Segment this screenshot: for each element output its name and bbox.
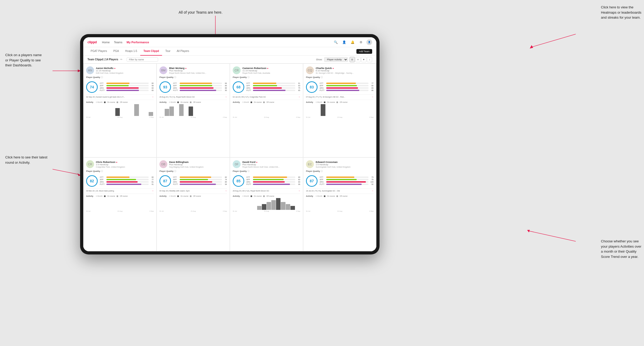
avatar-icon[interactable]: 👤 — [366, 39, 372, 45]
activity-period[interactable]: · 1 Month — [168, 101, 176, 103]
avatar: CR — [86, 160, 94, 168]
filter-button[interactable]: ▼ — [361, 57, 366, 62]
bell-icon[interactable]: 🔔 — [350, 39, 355, 45]
quality-label: Player Quality ⓘ — [159, 170, 227, 173]
quality-score[interactable]: 68 — [233, 81, 244, 93]
tab-pga[interactable]: PGA — [110, 47, 122, 56]
nav-my-performance[interactable]: My Performance — [127, 41, 149, 44]
tab-tour[interactable]: Tour — [162, 47, 173, 56]
quality-section[interactable]: 93 OTT 84 APP 85 ARG 88 PUTT — [159, 81, 227, 93]
quality-section[interactable]: 68 OTT 61 APP 63 ARG 75 PUTT — [233, 81, 300, 93]
player-name[interactable]: Blair McHarg ● — [169, 67, 227, 70]
stat-row: OTT 77 — [320, 82, 373, 84]
player-name[interactable]: Aaron Nicholls ● — [96, 67, 154, 70]
quality-label: Player Quality ⓘ — [233, 170, 300, 173]
stat-row: ARG 81 — [100, 181, 154, 183]
recent-round[interactable]: 04 Sep 23 | Mobility with coach, Gym → — [159, 188, 227, 192]
recent-round-arrow[interactable]: → — [152, 96, 154, 98]
recent-round[interactable]: 03 Mar 23 | 19, Must make putting → — [86, 188, 154, 192]
show-select[interactable]: Player Activity — [324, 57, 348, 62]
quality-score[interactable]: 93 — [159, 81, 171, 93]
recent-round-arrow[interactable]: → — [371, 190, 373, 192]
stat-bar — [253, 184, 290, 185]
player-name[interactable]: Cameron Robertson ● — [242, 67, 300, 70]
edit-icon[interactable]: ✏ — [120, 58, 122, 61]
recent-round[interactable]: 18 Jul 23 | 74 (+4), Sunningdale GC - Ol… — [306, 188, 373, 192]
activity-period[interactable]: · 1 Month — [241, 195, 249, 197]
player-name[interactable]: Charlie Quick ● — [316, 67, 373, 70]
quality-label: Player Quality ⓘ — [233, 76, 300, 79]
tab-hcaps[interactable]: Hcaps 1-5 — [122, 47, 141, 56]
quality-section[interactable]: 85 OTT 89 APP 80 ARG 83 PUTT — [233, 175, 300, 187]
chart-labels: 31 Jul21 Aug4 Sep — [233, 116, 300, 118]
stat-bar-bg — [180, 87, 222, 89]
stat-row: APP 80 — [246, 179, 300, 180]
quality-score[interactable]: 82 — [86, 175, 98, 187]
player-name[interactable]: David Ford ● — [242, 161, 300, 163]
chart-label: 31 Jul — [233, 210, 237, 212]
recent-round-arrow[interactable]: → — [225, 190, 227, 192]
player-card-header: CR Cameron Robertson ● 11-15 Handicap Ro… — [233, 66, 300, 74]
activity-period[interactable]: · 1 Month — [168, 195, 176, 197]
activity-period[interactable]: · 1 Month — [95, 101, 102, 103]
quality-section[interactable]: 83 OTT 77 APP 80 ARG 83 PUTT — [306, 81, 373, 93]
player-name[interactable]: Dave Billingham — [169, 161, 227, 163]
search-input[interactable] — [127, 57, 158, 62]
recent-round-arrow[interactable]: → — [152, 190, 154, 192]
player-name[interactable]: Chris Robertson ● — [96, 161, 154, 163]
recent-round[interactable]: 07 Aug 23 | 77 (+7), St George's Hill GC… — [306, 94, 373, 98]
chart-labels: 31 Jul21 Aug4 Sep — [86, 116, 154, 118]
chart-labels: 31 Jul21 Aug4 Sep — [159, 116, 227, 118]
recent-round[interactable]: 26 Aug 23 | 84 (+12), Royal North Devon … — [233, 188, 300, 192]
recent-round[interactable]: 02 Jul 23 | 59 (+17), Craigmillar Park G… — [233, 94, 300, 98]
quality-score[interactable]: 87 — [306, 175, 318, 187]
quality-section[interactable]: 82 OTT 60 APP 77 ARG 81 PUTT — [86, 175, 154, 187]
quality-section[interactable]: 74 OTT 60 APP 58 ARG 84 PUTT — [86, 81, 154, 93]
settings-icon[interactable]: ⚙ — [358, 39, 364, 45]
activity-period[interactable]: · 1 Month — [315, 195, 322, 197]
recent-round[interactable]: 26 Aug 23 | 73 (+1), Royal North Devon G… — [159, 94, 227, 98]
quality-label: Player Quality ⓘ — [306, 76, 373, 79]
chart-bar — [169, 107, 174, 116]
nav-teams[interactable]: Teams — [114, 41, 122, 44]
quality-score[interactable]: 85 — [233, 175, 244, 187]
grid-view-button[interactable]: ⊞ — [350, 57, 355, 62]
player-name[interactable]: Edward Crossman — [316, 161, 373, 163]
quality-score[interactable]: 74 — [86, 81, 98, 93]
recent-round-arrow[interactable]: → — [298, 190, 300, 192]
svg-line-8 — [528, 231, 576, 241]
quality-score[interactable]: 87 — [159, 175, 171, 187]
tab-team-clippd[interactable]: Team Clippd — [140, 47, 162, 56]
user-icon[interactable]: 👤 — [341, 39, 347, 45]
quality-section[interactable]: 87 OTT 73 APP 79 ARG 103 PUTT — [306, 175, 373, 187]
activity-period[interactable]: · 1 Month — [95, 195, 102, 197]
list-view-button[interactable]: ≡ — [355, 57, 361, 62]
player-info: Chris Robertson ● 1-5 Handicap Craigmill… — [96, 161, 154, 168]
recent-round-arrow[interactable]: → — [298, 96, 300, 98]
tab-pgat[interactable]: PGAT Players — [87, 47, 110, 56]
activity-section: Activity · 1 Month On course Off course … — [233, 100, 300, 118]
nav-home[interactable]: Home — [102, 41, 110, 44]
quality-section[interactable]: 87 OTT 82 APP 74 ARG 85 PUTT — [159, 175, 227, 187]
search-icon[interactable]: 🔍 — [333, 39, 339, 45]
recent-round-arrow[interactable]: → — [225, 96, 227, 98]
stat-label: OTT — [246, 82, 252, 84]
player-card: DF David Ford ● Plus Handicap Royal Nort… — [230, 157, 303, 251]
player-handicap: Plus Handicap — [169, 70, 227, 72]
activity-period[interactable]: · 1 Month — [315, 101, 322, 103]
offcourse-legend-label: Off course — [340, 195, 347, 197]
player-handicap: Plus Handicap — [169, 163, 227, 166]
chart-label: 31 Jul — [233, 116, 237, 118]
recent-round-arrow[interactable]: → — [371, 96, 373, 98]
stat-value: 80 — [296, 179, 300, 180]
activity-period[interactable]: · 1 Month — [241, 101, 249, 103]
sort-button[interactable]: ↕ — [367, 57, 372, 62]
quality-score[interactable]: 83 — [306, 81, 318, 93]
chart-area — [233, 198, 300, 210]
activity-section: Activity · 1 Month On course Off course … — [86, 194, 154, 212]
recent-round[interactable]: 02 Sep 23 | Sunset round to get back int… — [86, 94, 154, 98]
add-team-button[interactable]: Add Team — [356, 49, 372, 54]
player-card-header: EC Edward Crossman 1-5 Handicap Sunningd… — [306, 160, 373, 168]
stat-bar-bg — [253, 90, 295, 91]
tab-all-players[interactable]: All Players — [174, 47, 192, 56]
